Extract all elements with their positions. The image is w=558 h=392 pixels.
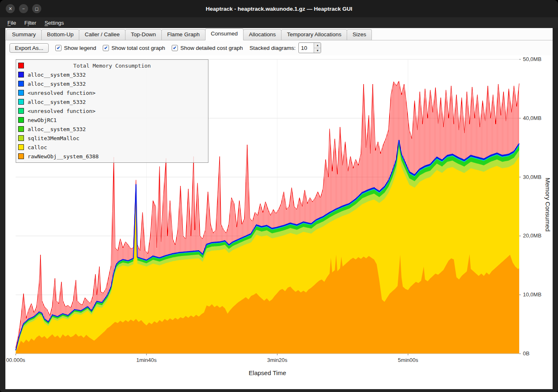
menu-settings[interactable]: Settings [41,19,67,27]
stacked-diagrams-label: Stacked diagrams: [250,45,296,51]
legend-item: sqlite3MemMalloc [16,134,208,143]
x-tick-label: 00.000s [6,357,26,363]
stacked-diagrams-control: Stacked diagrams: 10 ▲ ▼ [250,42,322,53]
legend-item: newObjRC1 [16,115,208,124]
legend-title: Total Memory Consumption [24,63,200,69]
show-total-cost-graph-checkbox[interactable]: ✔Show total cost graph [103,45,165,51]
chart-view[interactable]: 00.000s1min40s3min20s5min00s0B10,0MB20,0… [5,55,553,389]
close-icon: ✕ [8,7,12,11]
legend-item: <unresolved function> [16,88,208,97]
legend-swatch [18,99,24,105]
export-as-button[interactable]: Export As... [9,43,49,53]
tab-bottom-up[interactable]: Bottom-Up [41,29,80,40]
checkbox-label: Show legend [64,45,96,51]
checkbox-check-icon: ✔ [172,45,178,51]
y-tick-label: 30,0MB [523,174,541,180]
legend-item: rawNewObj__system_6388 [16,152,208,161]
y-tick-label: 40,0MB [523,115,541,121]
legend-item-label: sqlite3MemMalloc [28,135,79,141]
legend-swatch [18,117,24,123]
chart-legend: Total Memory Consumption alloc__system_5… [16,59,208,163]
x-tick-label: 1min40s [136,357,157,363]
y-tick-label: 0B [523,350,530,357]
menu-filter[interactable]: Filter [21,19,40,27]
legend-item-label: alloc__system_5332 [28,72,86,78]
maximize-icon: ◻ [35,7,38,11]
legend-swatch [18,90,24,96]
legend-item-label: newObjRC1 [28,117,57,123]
legend-swatch [18,81,24,87]
legend-swatch-total [18,63,24,68]
menubar: FileFilterSettings [0,17,558,28]
legend-item-label: <unresolved function> [28,108,95,114]
legend-swatch [18,153,24,159]
legend-item-label: alloc__system_5332 [28,81,86,87]
tab-consumed[interactable]: Consumed [205,28,244,40]
heaptrack-window: ✕−◻ Heaptrack - heaptrack.wakunode.1.gz … [0,0,558,392]
stacked-diagrams-spinner[interactable]: 10 ▲ ▼ [298,42,321,53]
show-legend-checkbox[interactable]: ✔Show legend [55,45,96,51]
minimize-button[interactable]: − [19,4,28,13]
window-controls: ✕−◻ [6,0,41,17]
tab-flame-graph[interactable]: Flame Graph [161,29,206,40]
legend-item: alloc__system_5332 [16,70,208,79]
tab-sizes[interactable]: Sizes [347,29,372,40]
legend-title-row: Total Memory Consumption [16,61,208,70]
legend-item-label: rawNewObj__system_6388 [28,153,99,160]
stacked-diagrams-value[interactable]: 10 [299,43,314,53]
spinner-up-button[interactable]: ▲ [314,43,321,48]
legend-swatch [18,72,24,77]
titlebar[interactable]: ✕−◻ Heaptrack - heaptrack.wakunode.1.gz … [0,0,558,17]
legend-item: alloc__system_5332 [16,97,208,106]
legend-item-label: <unresolved function> [28,90,95,96]
spinner-buttons: ▲ ▼ [314,43,321,53]
menu-file[interactable]: File [4,19,19,27]
legend-swatch [18,135,24,141]
legend-swatch [18,108,24,114]
y-tick-label: 50,0MB [523,56,541,62]
legend-items: alloc__system_5332alloc__system_5332<unr… [16,70,208,161]
main-content: SummaryBottom-UpCaller / CalleeTop-DownF… [5,28,553,389]
checkbox-label: Show total cost graph [111,45,165,51]
legend-swatch [18,144,24,150]
legend-item: alloc__system_5332 [16,124,208,134]
tab-caller-callee[interactable]: Caller / Callee [79,29,125,40]
tab-temporary-allocations[interactable]: Temporary Allocations [281,29,347,40]
y-axis-title: Memory Consumed [544,178,551,232]
checkbox-group: ✔Show legend✔Show total cost graph✔Show … [55,45,243,51]
legend-item-label: calloc [28,144,47,150]
show-detailed-cost-graph-checkbox[interactable]: ✔Show detailed cost graph [172,45,243,51]
maximize-button[interactable]: ◻ [32,4,41,13]
x-axis-title: Elapsed Time [5,369,530,376]
close-button[interactable]: ✕ [6,4,15,13]
legend-item: calloc [16,143,208,152]
toolbar: Export As... ✔Show legend✔Show total cos… [5,40,553,55]
legend-item: <unresolved function> [16,106,208,115]
legend-item-label: alloc__system_5332 [28,126,86,132]
checkbox-check-icon: ✔ [103,45,109,51]
spinner-down-button[interactable]: ▼ [314,48,321,53]
tab-summary[interactable]: Summary [6,29,42,40]
x-tick-label: 3min20s [267,357,288,363]
minimize-icon: − [22,7,25,11]
tab-allocations[interactable]: Allocations [243,29,281,40]
checkbox-check-icon: ✔ [55,45,61,51]
legend-swatch [18,126,24,132]
x-tick-label: 5min00s [398,357,418,363]
checkbox-label: Show detailed cost graph [180,45,243,51]
window-title: Heaptrack - heaptrack.wakunode.1.gz — He… [0,6,558,12]
y-tick-label: 20,0MB [523,232,541,239]
tab-top-down[interactable]: Top-Down [125,29,162,40]
y-tick-label: 10,0MB [523,291,541,298]
legend-item-label: alloc__system_5332 [28,99,86,105]
tab-bar: SummaryBottom-UpCaller / CalleeTop-DownF… [5,28,553,40]
legend-item: alloc__system_5332 [16,79,208,88]
